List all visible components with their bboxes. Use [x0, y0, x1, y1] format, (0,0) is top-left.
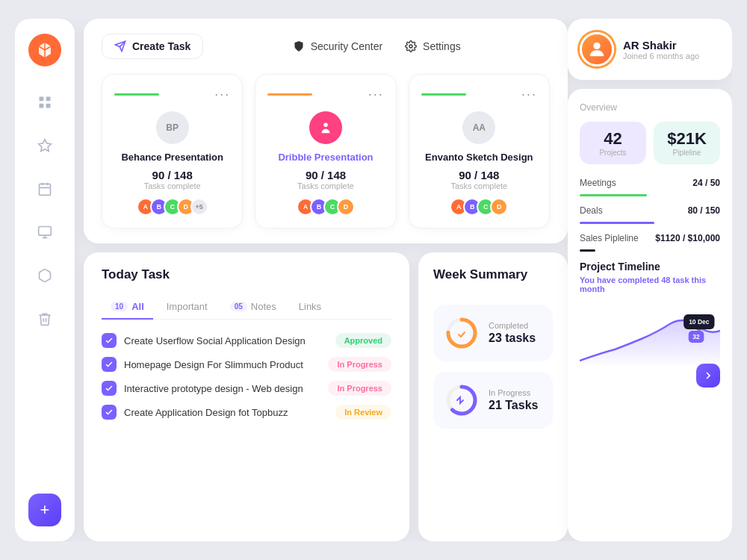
tab-all-badge: 10	[111, 302, 128, 311]
user-joined: Joined 6 months ago	[623, 52, 699, 60]
task-label-0: Create Userflow Social Application Desig…	[124, 335, 328, 346]
metric-value-0: 24 / 50	[692, 178, 720, 188]
completed-card: Completed 23 tasks	[433, 305, 553, 361]
metric-value-1: 80 / 150	[688, 205, 720, 216]
sidebar-item-calendar[interactable]	[31, 175, 58, 202]
card-avatars-2: A B C D	[421, 198, 537, 216]
tab-notes-badge: 05	[230, 302, 247, 311]
task-check-1[interactable]	[102, 357, 117, 372]
svg-rect-3	[46, 104, 51, 108]
week-summary-panel: Week Summary Completed 23 tasks	[418, 252, 568, 541]
inprogress-value: 21 Tasks	[489, 399, 542, 412]
avatar-2-3: D	[490, 198, 508, 216]
overview-card: Overview 42 Projects $21K Pipleline Meet…	[568, 89, 732, 541]
metric-bar-2	[580, 249, 595, 252]
pipeline-label: Pipleline	[661, 149, 713, 157]
svg-marker-4	[39, 140, 52, 152]
projects-count: 42	[587, 129, 639, 149]
svg-rect-5	[40, 184, 51, 195]
sidebar-item-box[interactable]	[31, 262, 58, 289]
task-list: Create Userflow Social Application Desig…	[102, 333, 391, 420]
inprogress-label: In Progress	[489, 388, 542, 397]
user-card: AR Shakir Joined 6 months ago	[568, 19, 732, 80]
task-item-1: Homepage Design For Slimmuch Product In …	[102, 357, 391, 372]
card-stats-2: 90 / 148	[421, 169, 537, 181]
metric-label-1: Deals	[580, 205, 603, 216]
timeline-title: Project Timeline	[580, 261, 720, 273]
week-summary-title: Week Summary	[433, 267, 553, 282]
main-content: Create Task Security Center Settings	[84, 19, 568, 541]
card-title-0: Behance Presentation	[114, 152, 230, 163]
avatar-0-count: +5	[190, 198, 208, 216]
today-tasks-title: Today Task	[102, 267, 391, 282]
card-stats-sub-0: Tasks complete	[114, 181, 230, 190]
inprogress-info: In Progress 21 Tasks	[489, 388, 542, 412]
svg-point-15	[323, 123, 328, 128]
metric-row-0: Meetings 24 / 50	[580, 178, 720, 188]
projects-stat: 42 Projects	[580, 122, 646, 164]
project-card-0: ··· BP Behance Presentation 90 / 148 Tas…	[102, 74, 243, 228]
top-section: Create Task Security Center Settings	[84, 19, 568, 243]
card-avatar-2: AA	[462, 111, 495, 144]
sidebar-item-dashboard[interactable]	[31, 89, 58, 116]
logo[interactable]	[28, 34, 61, 66]
task-check-3[interactable]	[102, 405, 117, 420]
sidebar-item-projects[interactable]	[31, 219, 58, 246]
tab-all[interactable]: 10 All	[102, 295, 153, 320]
card-avatar-1	[309, 111, 342, 144]
sidebar-item-favorites[interactable]	[31, 132, 58, 159]
task-item-3: Create Application Design fot Topbuzz In…	[102, 405, 391, 420]
tab-important[interactable]: Important	[158, 295, 217, 320]
security-center-label: Security Center	[311, 40, 382, 52]
card-stats-sub-1: Tasks complete	[267, 181, 383, 190]
card-more-0[interactable]: ···	[214, 87, 230, 102]
create-task-label: Create Task	[132, 40, 190, 52]
sidebar: +	[15, 19, 75, 541]
card-title-1[interactable]: Dribble Presentation	[267, 152, 383, 163]
card-more-2[interactable]: ···	[521, 87, 537, 102]
inprogress-donut	[444, 382, 480, 418]
task-check-2[interactable]	[102, 381, 117, 396]
task-status-1: In Progress	[328, 357, 391, 372]
metric-value-2: $1120 / $10,000	[655, 233, 720, 243]
tab-links[interactable]: Links	[290, 295, 330, 320]
card-stats-0: 90 / 148	[114, 169, 230, 181]
card-more-1[interactable]: ···	[368, 87, 384, 102]
sidebar-item-trash[interactable]	[31, 305, 58, 332]
task-tabs: 10 All Important 05 Notes Links	[102, 294, 391, 320]
metric-bar-0	[580, 194, 647, 196]
progress-bar-0	[114, 93, 159, 96]
completed-value: 23 tasks	[489, 332, 542, 345]
timeline-chart: 10 Dec 32	[580, 301, 720, 361]
svg-text:10 Dec: 10 Dec	[689, 318, 709, 326]
project-cards: ··· BP Behance Presentation 90 / 148 Tas…	[102, 74, 550, 228]
create-task-button[interactable]: Create Task	[102, 34, 203, 59]
add-button[interactable]: +	[28, 494, 61, 526]
right-panel: AR Shakir Joined 6 months ago Overview 4…	[568, 19, 732, 541]
svg-rect-1	[46, 97, 51, 102]
completed-info: Completed 23 tasks	[489, 321, 542, 345]
card-avatar-0: BP	[156, 111, 189, 144]
security-center-nav[interactable]: Security Center	[293, 40, 382, 52]
overview-stats: 42 Projects $21K Pipleline	[580, 122, 720, 164]
timeline-subtitle: You have completed 48 task this month	[580, 276, 720, 293]
card-stats-sub-2: Tasks complete	[421, 181, 537, 190]
completed-donut	[444, 315, 480, 351]
timeline-section: Project Timeline You have completed 48 t…	[580, 261, 720, 388]
metric-row-1: Deals 80 / 150	[580, 205, 720, 216]
tab-notes[interactable]: 05 Notes	[221, 295, 285, 320]
progress-bar-2	[421, 93, 466, 96]
completed-label: Completed	[489, 321, 542, 330]
task-check-0[interactable]	[102, 333, 117, 348]
avatar-1-3: D	[337, 198, 355, 216]
inprogress-card: In Progress 21 Tasks	[433, 372, 553, 429]
tab-all-label: All	[131, 301, 144, 312]
svg-rect-0	[40, 97, 44, 102]
tab-notes-label: Notes	[251, 301, 276, 312]
settings-nav[interactable]: Settings	[405, 40, 461, 52]
metric-label-0: Meetings	[580, 178, 616, 188]
overview-title: Overview	[580, 102, 720, 113]
header-middle: Security Center Settings	[203, 40, 550, 52]
top-header: Create Task Security Center Settings	[102, 34, 550, 59]
project-card-1: ··· Dribble Presentation 90 / 148 Tasks …	[255, 74, 396, 228]
